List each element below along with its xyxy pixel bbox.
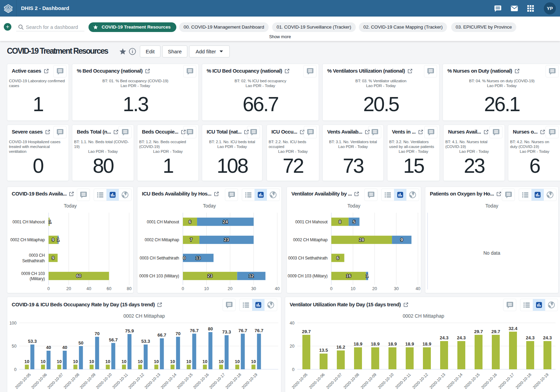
svg-text:2020-10-16: 2020-10-16 [192,372,209,390]
svg-text:10: 10 [122,359,126,364]
svg-text:10: 10 [251,359,256,364]
svg-text:16: 16 [346,273,351,278]
svg-text:13: 13 [196,255,200,261]
svg-text:0: 0 [182,286,184,291]
svg-text:50: 50 [12,344,17,349]
svg-text:80: 80 [127,286,132,291]
svg-text:24.3: 24.3 [440,335,448,340]
svg-text:0001 CH Mahosot: 0001 CH Mahosot [147,220,179,224]
svg-text:2020-10-18: 2020-10-18 [225,372,242,390]
svg-text:70: 70 [95,331,100,336]
svg-text:28: 28 [359,237,364,242]
svg-text:2020-10-08: 2020-10-08 [343,372,360,390]
svg-text:29.7: 29.7 [491,329,500,334]
svg-text:10: 10 [73,359,78,364]
svg-text:2020-10-15: 2020-10-15 [176,372,193,390]
svg-text:18.9: 18.9 [405,341,414,347]
svg-text:2020-10-17: 2020-10-17 [208,372,226,390]
svg-text:40: 40 [416,286,421,291]
svg-text:10: 10 [235,359,240,364]
svg-text:2020-10-15: 2020-10-15 [463,372,480,390]
svg-text:75.9: 75.9 [125,328,134,333]
svg-text:40: 40 [46,345,51,350]
svg-text:0009 CH 103: 0009 CH 103 [21,271,45,276]
svg-text:10: 10 [170,359,175,364]
svg-text:2020-10-08: 2020-10-08 [63,372,80,390]
svg-text:9: 9 [52,237,54,242]
svg-text:20: 20 [66,286,71,291]
svg-text:0002 CH Mittaphap: 0002 CH Mittaphap [293,237,328,242]
svg-text:2020-10-07: 2020-10-07 [325,372,343,390]
svg-text:2020-10-10: 2020-10-10 [95,372,112,390]
svg-text:2020-10-09: 2020-10-09 [79,372,96,390]
svg-text:0009 CH 103 (Military): 0009 CH 103 (Military) [288,274,328,278]
svg-text:0003 CH: 0003 CH [29,253,45,258]
svg-text:2020-10-12: 2020-10-12 [127,372,145,390]
svg-text:0001 CH Mahosot: 0001 CH Mahosot [295,220,328,224]
svg-text:10: 10 [138,359,143,364]
svg-text:2020-10-09: 2020-10-09 [360,372,377,390]
svg-text:18.9: 18.9 [371,341,380,347]
svg-text:2020-10-10: 2020-10-10 [377,372,394,390]
svg-text:10: 10 [57,359,62,364]
svg-text:Setthathirath: Setthathirath [22,258,45,263]
svg-text:0: 0 [48,286,50,291]
svg-text:16.2: 16.2 [336,345,345,350]
svg-text:0009 CH 103 (Military): 0009 CH 103 (Military) [139,274,179,278]
svg-text:30: 30 [394,286,399,291]
svg-text:20: 20 [372,286,377,291]
svg-text:100: 100 [9,321,17,326]
svg-text:66.7: 66.7 [157,332,166,338]
svg-text:60: 60 [107,286,112,291]
svg-text:76.7: 76.7 [238,328,247,333]
svg-text:40: 40 [86,286,91,291]
svg-text:56.7: 56.7 [109,337,117,342]
svg-text:10: 10 [89,359,94,364]
svg-text:0: 0 [14,367,17,372]
svg-text:0: 0 [330,286,333,291]
svg-text:2020-10-18: 2020-10-18 [515,372,532,390]
svg-text:10: 10 [203,359,207,364]
svg-text:23: 23 [224,237,229,242]
svg-text:50: 50 [79,340,83,346]
svg-text:2020-10-12: 2020-10-12 [412,372,429,390]
svg-text:40: 40 [290,321,294,326]
svg-text:2020-10-11: 2020-10-11 [112,372,128,389]
svg-text:40: 40 [62,345,67,350]
svg-text:1: 1 [57,237,59,242]
svg-text:0: 0 [292,367,294,372]
svg-text:5: 5 [353,219,355,224]
svg-text:2020-10-05: 2020-10-05 [14,372,31,390]
svg-text:2020-10-14: 2020-10-14 [446,372,464,390]
svg-text:20: 20 [228,286,232,291]
svg-text:76.7: 76.7 [255,328,263,333]
svg-text:0: 0 [183,255,185,261]
svg-text:1: 1 [366,273,368,278]
svg-text:9: 9 [52,255,54,261]
svg-text:6: 6 [336,255,339,261]
svg-text:(Military): (Military) [30,276,45,281]
svg-text:2020-10-16: 2020-10-16 [480,372,498,390]
svg-text:24.3: 24.3 [543,335,552,340]
svg-text:29.7: 29.7 [302,329,311,334]
svg-text:10: 10 [219,359,224,364]
svg-text:1: 1 [49,219,51,224]
svg-text:2020-10-19: 2020-10-19 [241,372,258,390]
svg-text:7: 7 [190,237,192,242]
svg-text:0002 CH Mittaphap: 0002 CH Mittaphap [10,237,45,242]
svg-text:24: 24 [223,219,228,224]
svg-text:9: 9 [401,237,403,242]
svg-text:30: 30 [251,286,256,291]
svg-text:2020-10-06: 2020-10-06 [308,372,325,390]
svg-text:29.7: 29.7 [474,329,483,334]
svg-text:32.4: 32.4 [509,326,518,331]
svg-text:2020-10-19: 2020-10-19 [532,372,549,390]
svg-text:18.9: 18.9 [388,341,397,347]
svg-text:18.9: 18.9 [354,341,362,347]
svg-text:23: 23 [208,273,212,278]
svg-text:2020-10-06: 2020-10-06 [30,372,48,390]
svg-text:2020-10-17: 2020-10-17 [498,372,515,390]
svg-text:40: 40 [275,286,280,291]
svg-text:2020-10-07: 2020-10-07 [46,372,64,390]
svg-text:10: 10 [186,359,191,364]
